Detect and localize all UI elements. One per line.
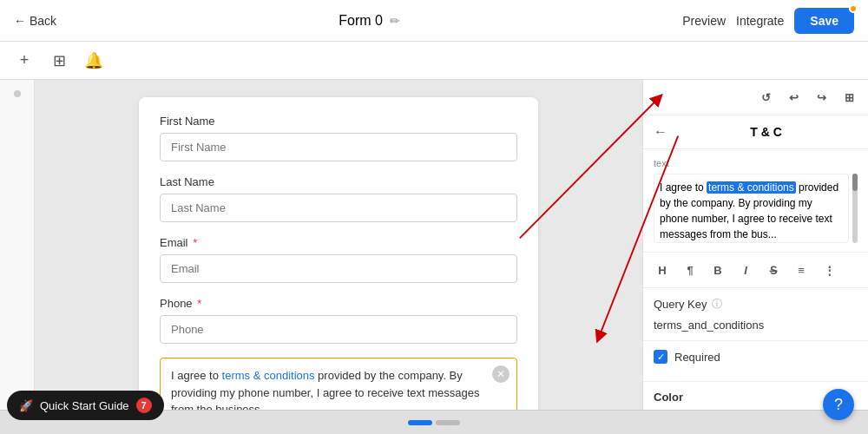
component-icon: ⊞ (53, 51, 66, 70)
form-title: Form 0 (339, 13, 383, 29)
bold-button[interactable]: B (706, 258, 730, 282)
sidebar-dot-1 (14, 90, 21, 97)
phone-label: Phone * (160, 297, 517, 310)
query-key-label: Query Key (654, 298, 707, 311)
more-button[interactable]: ⋮ (817, 258, 841, 282)
add-element-button[interactable]: + (10, 47, 38, 75)
first-name-group: First Name (160, 115, 517, 161)
align-button[interactable]: ≡ (789, 258, 813, 282)
required-label: Required (674, 351, 720, 364)
nav-center: Form 0 ✏ (339, 13, 400, 29)
refresh-icon: ↺ (761, 91, 771, 104)
first-name-label: First Name (160, 115, 517, 128)
preview-button[interactable]: Preview (682, 14, 726, 28)
last-name-input[interactable] (160, 194, 517, 222)
second-toolbar: + ⊞ 🔔 (0, 42, 868, 80)
notification-dot (849, 4, 858, 13)
plus-icon: + (20, 51, 30, 69)
nav-right: Preview Integrate Save (682, 8, 854, 34)
required-checkbox[interactable]: ✓ (654, 350, 667, 364)
italic-button[interactable]: I (733, 258, 758, 282)
save-button[interactable]: Save (794, 8, 854, 34)
right-panel-back-button[interactable]: ← (654, 124, 667, 140)
text-link-highlight: terms & conditions (707, 181, 796, 194)
component-button[interactable]: ⊞ (45, 47, 73, 75)
help-button[interactable]: ? (823, 389, 854, 420)
text-section-label: text (654, 158, 858, 168)
strikethrough-button[interactable]: S̶ (761, 258, 786, 282)
rich-text-toolbar: H ¶ B I S̶ ≡ ⋮ (643, 253, 868, 288)
query-key-value: terms_and_conditions (654, 319, 858, 332)
form-area: First Name Last Name Email * Phone * (35, 80, 642, 410)
first-name-input[interactable] (160, 133, 517, 161)
required-star: * (193, 236, 197, 249)
rp-grid-button[interactable]: ⊞ (837, 85, 861, 109)
heading-button[interactable]: H (650, 258, 674, 282)
phone-group: Phone * (160, 297, 517, 344)
help-icon: ? (834, 396, 843, 414)
right-panel: ↺ ↩ ↪ ⊞ ← T & C text I agree to terms & … (642, 80, 868, 410)
text-preview-before: I agree to (660, 181, 707, 194)
terms-link[interactable]: terms & conditions (222, 369, 315, 382)
last-name-group: Last Name (160, 175, 517, 222)
phone-required-star: * (197, 297, 201, 310)
redo-icon: ↪ (817, 91, 826, 104)
top-nav: ← Back Form 0 ✏ Preview Integrate Save (0, 0, 868, 42)
query-key-section: Query Key ⓘ terms_and_conditions (643, 288, 868, 341)
grid-icon: ⊞ (845, 91, 854, 104)
page-dot-1[interactable] (408, 420, 432, 425)
info-icon[interactable]: ⓘ (712, 297, 722, 312)
page-dot-2[interactable] (436, 420, 460, 425)
undo-icon: ↩ (789, 91, 799, 104)
integrate-button[interactable]: Integrate (736, 14, 784, 28)
right-panel-title: T & C (674, 125, 858, 139)
bell-icon: 🔔 (84, 51, 103, 70)
quick-start-badge: 7 (136, 398, 152, 413)
required-row: ✓ Required (654, 350, 858, 364)
rp-refresh-button[interactable]: ↺ (753, 85, 778, 109)
phone-input[interactable] (160, 315, 517, 344)
text-preview-truncated: messages from the bus... (660, 228, 777, 240)
email-label: Email * (160, 236, 517, 249)
quick-start-guide[interactable]: 🚀 Quick Start Guide 7 (7, 391, 164, 420)
back-arrow-icon: ← (14, 14, 26, 28)
text-section: text I agree to terms & conditions provi… (643, 149, 868, 253)
last-name-label: Last Name (160, 175, 517, 188)
email-input[interactable] (160, 254, 517, 283)
nav-left: ← Back (14, 14, 56, 28)
query-key-row: Query Key ⓘ (654, 297, 858, 312)
rocket-icon: 🚀 (19, 399, 33, 412)
form-container: First Name Last Name Email * Phone * (139, 97, 538, 410)
required-section: ✓ Required (643, 341, 868, 382)
right-panel-header: ← T & C (643, 115, 868, 149)
terms-box: I agree to terms & conditions provided b… (160, 358, 517, 410)
quick-start-label: Quick Start Guide (40, 399, 129, 412)
back-button[interactable]: ← Back (14, 14, 56, 28)
rp-undo-button[interactable]: ↩ (781, 85, 806, 109)
paragraph-button[interactable]: ¶ (678, 258, 702, 282)
main-area: First Name Last Name Email * Phone * (0, 80, 868, 410)
edit-icon[interactable]: ✏ (390, 14, 400, 28)
left-sidebar (0, 80, 35, 410)
rp-redo-button[interactable]: ↪ (809, 85, 833, 109)
back-label: Back (30, 14, 56, 28)
terms-text-before: I agree to (171, 369, 222, 382)
bell-button[interactable]: 🔔 (80, 47, 108, 75)
save-label: Save (810, 14, 838, 28)
email-group: Email * (160, 236, 517, 283)
terms-close-button[interactable]: ✕ (492, 365, 510, 383)
